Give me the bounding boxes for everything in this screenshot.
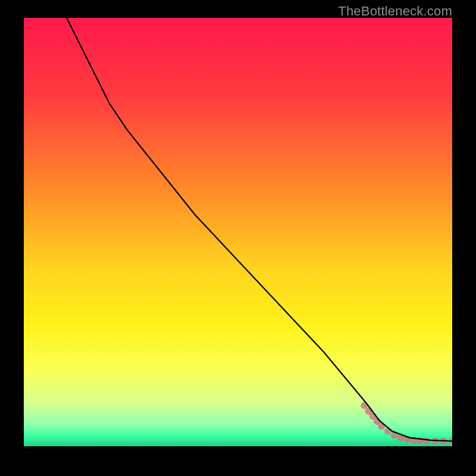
chart-background (24, 18, 452, 446)
scatter-point (423, 437, 430, 444)
watermark-text: TheBottleneck.com (338, 4, 452, 19)
chart-plot-area (24, 18, 452, 446)
scatter-point (384, 428, 392, 435)
chart-svg (24, 18, 452, 446)
chart-frame: TheBottleneck.com (0, 0, 476, 476)
